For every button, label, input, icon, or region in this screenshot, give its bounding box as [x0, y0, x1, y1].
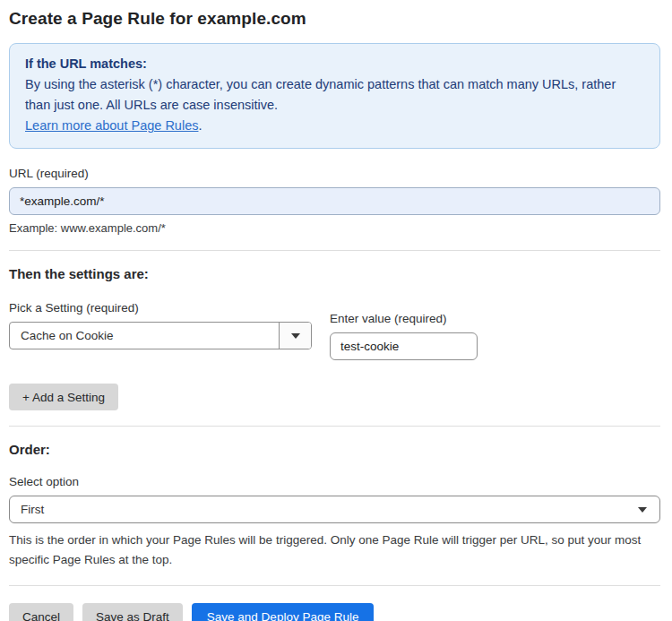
add-setting-button[interactable]: + Add a Setting — [9, 384, 118, 410]
form-actions: Cancel Save as Draft Save and Deploy Pag… — [9, 603, 660, 621]
link-suffix: . — [198, 118, 202, 133]
url-field-label: URL (required) — [9, 167, 660, 180]
order-helper-text: This is the order in which your Page Rul… — [9, 530, 660, 570]
settings-section-heading: Then the settings are: — [9, 266, 660, 281]
info-box-link-line: Learn more about Page Rules. — [25, 116, 644, 136]
setting-value-input[interactable] — [330, 332, 478, 360]
divider — [9, 426, 660, 427]
chevron-down-icon — [638, 507, 647, 513]
url-example-helper: Example: www.example.com/* — [9, 221, 660, 235]
chevron-down-icon — [291, 333, 300, 339]
order-select-value: First — [21, 503, 44, 516]
page-title: Create a Page Rule for example.com — [9, 9, 660, 29]
enter-value-label: Enter value (required) — [330, 312, 478, 325]
order-section-heading: Order: — [9, 442, 660, 457]
setting-dropdown-arrow-button[interactable] — [279, 323, 311, 349]
pick-setting-label: Pick a Setting (required) — [9, 301, 312, 315]
setting-column: Pick a Setting (required) Cache on Cooki… — [9, 301, 312, 349]
save-as-draft-button[interactable]: Save as Draft — [82, 603, 183, 621]
info-box-heading: If the URL matches: — [25, 54, 644, 74]
url-input[interactable] — [9, 187, 660, 215]
learn-more-link[interactable]: Learn more about Page Rules — [25, 118, 198, 133]
url-matches-info-box: If the URL matches: By using the asteris… — [9, 43, 660, 149]
cancel-button[interactable]: Cancel — [9, 603, 73, 621]
divider — [9, 250, 660, 251]
value-column: Enter value (required) — [330, 312, 478, 360]
setting-dropdown[interactable]: Cache on Cookie — [9, 322, 312, 349]
page-rule-form: Create a Page Rule for example.com If th… — [0, 0, 672, 621]
setting-dropdown-value: Cache on Cookie — [10, 323, 279, 349]
divider — [9, 585, 660, 586]
info-box-body: By using the asterisk (*) character, you… — [25, 74, 644, 116]
order-select[interactable]: First — [9, 496, 660, 523]
settings-row: Pick a Setting (required) Cache on Cooki… — [9, 301, 660, 360]
order-select-label: Select option — [9, 475, 660, 488]
save-and-deploy-button[interactable]: Save and Deploy Page Rule — [192, 603, 375, 621]
